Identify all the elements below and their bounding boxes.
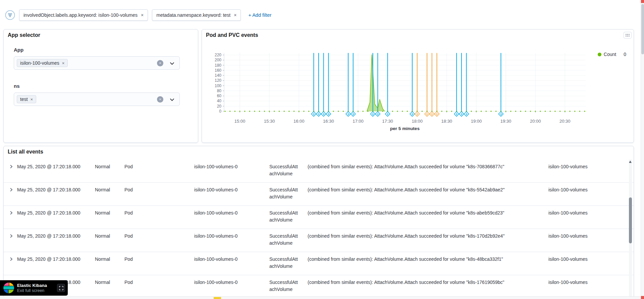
selected-app-tag[interactable]: isilon-100-volumes × [17, 59, 68, 67]
svg-text:9: 9 [436, 113, 438, 116]
filter-pill-app[interactable]: involvedObject.labels.app.keyword: isilo… [19, 9, 148, 21]
table-row[interactable]: May 25, 2020 @ 17:20:18.000 Normal Pod i… [4, 275, 634, 298]
event-source: isilon-100-volumes [548, 163, 588, 170]
svg-text:9: 9 [500, 113, 502, 116]
table-row[interactable]: May 25, 2020 @ 17:20:18.000 Normal Pod i… [4, 229, 634, 252]
event-source: isilon-100-volumes [548, 256, 588, 263]
expand-row-icon[interactable] [8, 164, 14, 169]
events-table-body: May 25, 2020 @ 17:20:18.000 Normal Pod i… [4, 160, 634, 298]
expand-row-icon[interactable] [8, 233, 14, 239]
event-message: (combined from similar events): AttachVo… [308, 256, 546, 263]
svg-text:180: 180 [215, 63, 221, 68]
event-kind: Pod [124, 163, 133, 170]
chart-legend[interactable]: Count 0 [598, 52, 626, 57]
exit-fullscreen-button[interactable] [57, 284, 65, 292]
table-row[interactable]: May 25, 2020 @ 17:20:18.000 Normal Pod i… [4, 160, 634, 183]
svg-text:100: 100 [215, 83, 221, 88]
page-horizontal-scrollbar[interactable] [0, 296, 641, 299]
event-type: Normal [95, 163, 110, 170]
table-row[interactable]: May 25, 2020 @ 17:20:18.000 Normal Pod i… [4, 206, 634, 229]
exit-fullscreen-icon [59, 286, 63, 290]
svg-text:60: 60 [217, 94, 222, 98]
app-selector-title: App selector [8, 32, 40, 38]
scrollbar-bottom-marker [641, 296, 644, 299]
page-vertical-scrollbar[interactable] [641, 0, 644, 299]
app-combobox[interactable]: isilon-100-volumes × × [14, 56, 180, 70]
filter-options-button[interactable] [5, 10, 15, 20]
page-scrollbar-thumb[interactable] [641, 4, 644, 54]
svg-text:9: 9 [416, 113, 418, 116]
event-source: isilon-100-volumes [548, 279, 588, 286]
clear-selection-button[interactable]: × [157, 96, 163, 103]
event-reason: SuccessfulAttachVolume [269, 163, 300, 177]
list-all-events-panel: List all events May 25, 2020 @ 17:20:18.… [3, 146, 634, 299]
remove-filter-icon[interactable]: × [234, 12, 236, 18]
filter-pill-namespace[interactable]: metadata.namespace.keyword: test × [152, 9, 241, 21]
table-scrollbar-thumb[interactable] [629, 197, 632, 243]
svg-text:20: 20 [217, 104, 222, 109]
legend-series-value: 0 [624, 52, 626, 57]
remove-tag-icon[interactable]: × [31, 97, 33, 102]
event-source: isilon-100-volumes [548, 233, 588, 240]
event-timestamp: May 25, 2020 @ 17:20:18.000 [17, 186, 98, 193]
events-chart: 02040608010012014016018020022015:0015:30… [202, 29, 634, 143]
event-reason: SuccessfulAttachVolume [269, 210, 300, 224]
elastic-logo [3, 282, 14, 294]
legend-series-label: Count [604, 52, 616, 57]
event-message: (combined from similar events): AttachVo… [308, 163, 546, 170]
filter-bar: involvedObject.labels.app.keyword: isilo… [5, 9, 271, 21]
svg-text:18:30: 18:30 [441, 119, 452, 124]
legend-color-dot [598, 53, 601, 56]
filter-options-icon [5, 10, 15, 20]
svg-text:40: 40 [217, 99, 222, 103]
kibana-dashboard-fullscreen: involvedObject.labels.app.keyword: isilo… [0, 0, 644, 299]
event-object: isilon-100-volumes-0 [194, 163, 237, 170]
scroll-up-arrow-icon[interactable] [629, 161, 632, 163]
table-scrollbar[interactable] [629, 160, 632, 299]
filter-pill-label: involvedObject.labels.app.keyword: isilo… [23, 12, 138, 18]
chevron-down-icon[interactable] [170, 62, 174, 65]
event-message: (combined from similar events): AttachVo… [308, 279, 546, 286]
event-message: (combined from similar events): AttachVo… [308, 210, 546, 217]
selected-ns-tag[interactable]: test × [17, 95, 36, 103]
add-filter-button[interactable]: + Add filter [248, 12, 271, 18]
event-kind: Pod [124, 256, 133, 263]
expand-row-icon[interactable] [8, 187, 14, 192]
clear-selection-button[interactable]: × [157, 60, 163, 66]
selected-ns-tag-label: test [20, 97, 28, 102]
remove-filter-icon[interactable]: × [141, 12, 144, 18]
event-reason: SuccessfulAttachVolume [269, 233, 300, 247]
exit-fullscreen-overlay[interactable]: Elastic Kibana Exit full screen [0, 280, 68, 296]
event-object: isilon-100-volumes-0 [194, 210, 237, 217]
event-object: isilon-100-volumes-0 [194, 279, 237, 286]
svg-text:17:30: 17:30 [382, 119, 393, 124]
svg-text:16:30: 16:30 [323, 119, 334, 124]
ns-combobox[interactable]: test × × [14, 93, 180, 106]
svg-text:17:00: 17:00 [353, 119, 364, 124]
svg-text:9: 9 [412, 113, 413, 116]
event-reason: SuccessfulAttachVolume [269, 256, 300, 270]
svg-text:18:00: 18:00 [412, 119, 423, 124]
selected-app-tag-label: isilon-100-volumes [20, 60, 59, 66]
table-row[interactable]: May 25, 2020 @ 17:20:18.000 Normal Pod i… [4, 183, 634, 206]
svg-text:9: 9 [387, 113, 388, 116]
remove-tag-icon[interactable]: × [62, 61, 65, 66]
event-reason: SuccessfulAttachVolume [269, 186, 300, 200]
event-type: Normal [95, 256, 110, 263]
svg-text:9: 9 [456, 113, 458, 116]
exit-fullscreen-label: Exit full screen [17, 288, 57, 293]
event-kind: Pod [124, 279, 133, 286]
svg-text:9: 9 [323, 113, 324, 116]
app-field-label: App [14, 47, 23, 53]
event-message: (combined from similar events): AttachVo… [308, 233, 546, 240]
expand-row-icon[interactable] [8, 256, 14, 262]
event-message: (combined from similar events): AttachVo… [308, 186, 546, 193]
event-kind: Pod [124, 186, 133, 193]
expand-row-icon[interactable] [8, 210, 14, 216]
svg-text:160: 160 [215, 68, 221, 73]
chevron-down-icon[interactable] [170, 98, 174, 101]
svg-text:16:00: 16:00 [293, 119, 305, 124]
app-selector-panel: App selector App isilon-100-volumes × × … [3, 29, 198, 143]
table-row[interactable]: May 25, 2020 @ 17:20:18.000 Normal Pod i… [4, 252, 634, 275]
event-timestamp: May 25, 2020 @ 17:20:18.000 [17, 256, 98, 263]
